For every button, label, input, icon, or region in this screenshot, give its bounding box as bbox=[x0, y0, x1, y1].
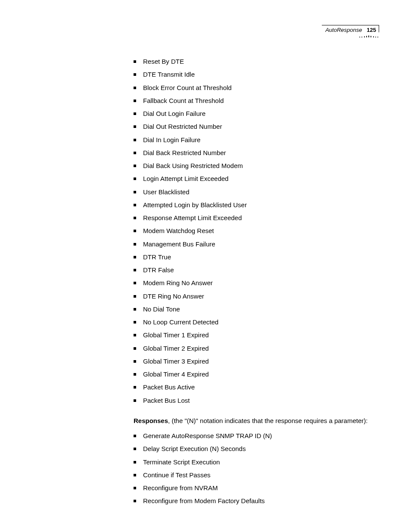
list-item: Reconfigure from NVRAM bbox=[143, 482, 379, 495]
responses-list: Generate AutoResponse SNMP TRAP ID (N)De… bbox=[134, 429, 379, 508]
events-list: Reset By DTEDTE Transmit IdleBlock Error… bbox=[134, 55, 379, 407]
list-item: Modem Ring No Answer bbox=[143, 277, 379, 289]
list-item: No Dial Tone bbox=[143, 303, 379, 316]
list-item: Dial Out Login Failure bbox=[143, 107, 379, 120]
responses-paragraph: Responses, (the "(N)" notation indicates… bbox=[134, 417, 379, 425]
responses-intro-text: , (the "(N)" notation indicates that the… bbox=[168, 417, 367, 424]
list-item: Dial Back Using Restricted Modem bbox=[143, 159, 379, 172]
responses-label: Responses bbox=[134, 417, 168, 424]
list-item: Management Bus Failure bbox=[143, 238, 379, 251]
list-item: Delay Script Execution (N) Seconds bbox=[143, 442, 379, 455]
list-item: No Loop Current Detected bbox=[143, 316, 379, 329]
list-item: Packet Bus Lost bbox=[143, 394, 379, 407]
list-item: Generate AutoResponse SNMP TRAP ID (N) bbox=[143, 429, 379, 442]
list-item: Global Timer 4 Expired bbox=[143, 368, 379, 381]
list-item: Reset By DTE bbox=[143, 55, 379, 68]
list-item: Global Timer 3 Expired bbox=[143, 355, 379, 368]
list-item: Fallback Count at Threshold bbox=[143, 94, 379, 107]
list-item: Dial Back Restricted Number bbox=[143, 146, 379, 159]
page-header: AutoResponse 125 bbox=[322, 25, 379, 32]
list-item: Continue if Test Passes bbox=[143, 469, 379, 482]
header-dots-icon bbox=[359, 33, 378, 37]
page-number: 125 bbox=[367, 27, 376, 33]
list-item: DTE Ring No Answer bbox=[143, 290, 379, 303]
list-item: Terminate Script Execution bbox=[143, 456, 379, 469]
list-item: Global Timer 2 Expired bbox=[143, 342, 379, 355]
list-item: Modem Watchdog Reset bbox=[143, 224, 379, 237]
list-item: Login Attempt Limit Exceeded bbox=[143, 172, 379, 185]
list-item: Global Timer 1 Expired bbox=[143, 329, 379, 342]
list-item: DTR False bbox=[143, 264, 379, 277]
list-item: Dial Out Restricted Number bbox=[143, 120, 379, 133]
list-item: Dial In Login Failure bbox=[143, 134, 379, 146]
list-item: Reconfigure from Modem Factory Defaults bbox=[143, 495, 379, 507]
list-item: Response Attempt Limit Exceeded bbox=[143, 212, 379, 224]
list-item: Block Error Count at Threshold bbox=[143, 81, 379, 94]
header-section: AutoResponse bbox=[325, 27, 362, 33]
list-item: Attempted Login by Blacklisted User bbox=[143, 199, 379, 212]
list-item: Packet Bus Active bbox=[143, 381, 379, 394]
list-item: DTR True bbox=[143, 251, 379, 264]
list-item: User Blacklisted bbox=[143, 186, 379, 199]
list-item: DTE Transmit Idle bbox=[143, 68, 379, 81]
